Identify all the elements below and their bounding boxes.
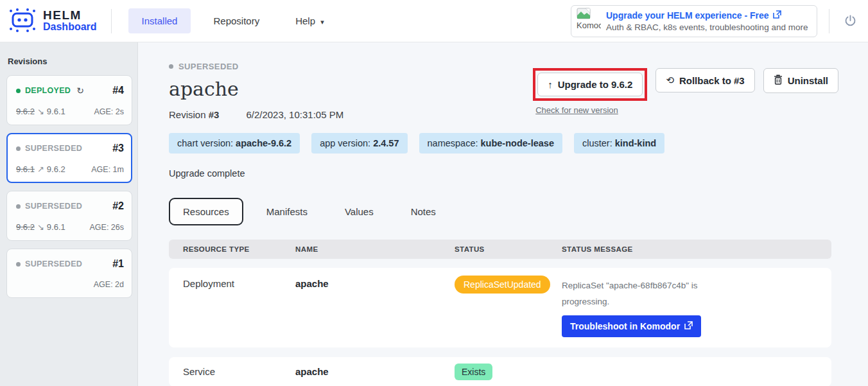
release-description: Upgrade complete <box>169 168 868 179</box>
release-info-badges: chart version: apache-9.6.2 app version:… <box>169 133 868 154</box>
resource-type: Service <box>183 366 295 377</box>
version-from: 9.6.1 <box>16 164 35 174</box>
revision-card-1[interactable]: SUPERSEDED #1 AGE: 2d <box>6 249 132 298</box>
uninstall-button[interactable]: Uninstall <box>763 68 838 93</box>
power-button[interactable] <box>841 12 859 30</box>
revisions-heading: Revisions <box>8 57 132 66</box>
helm-robot-icon <box>8 6 37 36</box>
resources-table: RESOURCE TYPE NAME STATUS STATUS MESSAGE… <box>169 240 831 386</box>
tab-manifests[interactable]: Manifests <box>252 198 322 225</box>
revision-status: SUPERSEDED <box>16 259 82 268</box>
revision-card-4[interactable]: DEPLOYED ↻ #4 9.6.2↘9.6.1 AGE: 2s <box>6 75 132 125</box>
release-status-label: SUPERSEDED <box>178 62 239 71</box>
upgrade-button[interactable]: ↑ Upgrade to 9.6.2 <box>537 73 643 96</box>
nav-item-repository[interactable]: Repository <box>200 8 273 33</box>
nav-item-help[interactable]: Help ▾ <box>282 8 338 33</box>
external-link-icon <box>773 10 781 21</box>
up-arrow-icon: ↑ <box>548 79 553 90</box>
revision-status: SUPERSEDED <box>16 144 82 153</box>
revision-date: 6/2/2023, 10:31:05 PM <box>246 109 343 120</box>
helm-logo[interactable]: HELM Dashboard <box>8 6 97 36</box>
revision-age: AGE: 1m <box>91 165 124 174</box>
komodor-broken-image: Komoc <box>577 8 601 35</box>
refresh-icon[interactable]: ↻ <box>76 85 84 96</box>
table-header: RESOURCE TYPE NAME STATUS STATUS MESSAGE <box>169 240 831 259</box>
revision-number: #2 <box>112 200 124 212</box>
revision-status-label: SUPERSEDED <box>25 202 82 211</box>
revision-status: DEPLOYED ↻ <box>16 85 84 96</box>
version-to: 9.6.1 <box>47 222 65 232</box>
resource-name: apache <box>295 278 455 289</box>
col-status-message: STATUS MESSAGE <box>562 245 831 253</box>
col-status: STATUS <box>455 245 562 253</box>
revision-card-3-selected[interactable]: SUPERSEDED #3 9.6.1↗9.6.2 AGE: 1m <box>6 133 132 183</box>
revision-number: #3 <box>209 109 220 120</box>
banner-title: Upgrade your HELM experience - Free <box>606 10 808 21</box>
revision-status-label: DEPLOYED <box>25 86 71 95</box>
revision-status-label: SUPERSEDED <box>25 144 82 153</box>
komodor-upgrade-banner[interactable]: Komoc Upgrade your HELM experience - Fre… <box>571 5 817 37</box>
cluster-badge: cluster: kind-kind <box>574 133 664 154</box>
revision-age: AGE: 2s <box>94 107 124 116</box>
status-dot <box>169 64 173 69</box>
annotation-red-box: ↑ Upgrade to 9.6.2 <box>533 68 647 101</box>
rollback-icon: ⟲ <box>666 75 674 86</box>
table-row: Deployment apache ReplicaSetUpdated Repl… <box>169 268 831 347</box>
version-arrow-icon: ↘ <box>37 107 44 116</box>
nav-menu: Installed Repository Help ▾ <box>128 8 338 33</box>
version-to: 9.6.2 <box>47 164 65 174</box>
trash-icon <box>774 75 783 87</box>
nav-item-installed[interactable]: Installed <box>128 8 191 33</box>
status-dot <box>16 89 21 93</box>
uninstall-button-label: Uninstall <box>788 75 828 86</box>
troubleshoot-button[interactable]: Troubleshoot in Komodor <box>562 315 701 337</box>
top-nav: HELM Dashboard Installed Repository Help… <box>0 0 868 42</box>
version-from: 9.6.2 <box>16 222 35 232</box>
release-actions: ↑ Upgrade to 9.6.2 Check for new version… <box>533 68 838 116</box>
revision-status: SUPERSEDED <box>16 202 82 211</box>
chart-version-badge: chart version: apache-9.6.2 <box>169 133 300 154</box>
banner-subtitle: Auth & RBAC, k8s events, troubleshooting… <box>606 22 808 32</box>
revisions-sidebar: Revisions DEPLOYED ↻ #4 9.6.2↘9.6.1 AGE:… <box>0 42 138 386</box>
banner-title-text: Upgrade your HELM experience - Free <box>606 10 769 21</box>
app-version-badge: app version: 2.4.57 <box>311 133 407 154</box>
col-name: NAME <box>295 245 455 253</box>
revision-card-2[interactable]: SUPERSEDED #2 9.6.2↘9.6.1 AGE: 26s <box>6 191 132 241</box>
chevron-down-icon: ▾ <box>320 18 324 26</box>
tab-values[interactable]: Values <box>331 198 388 225</box>
version-arrow-icon: ↗ <box>37 164 44 174</box>
revision-number: #3 <box>112 143 124 154</box>
col-resource-type: RESOURCE TYPE <box>183 245 295 253</box>
revision-status-label: SUPERSEDED <box>25 259 82 268</box>
tab-notes[interactable]: Notes <box>397 198 450 225</box>
table-row: Service apache Exists <box>169 357 831 386</box>
logo-text: HELM Dashboard <box>43 9 97 33</box>
status-message: ReplicaSet "apache-68fb867c4b" is progre… <box>562 278 831 310</box>
broken-image-alt-text: Komoc <box>577 21 601 30</box>
help-label: Help <box>295 15 315 26</box>
resource-type: Deployment <box>183 278 295 289</box>
logo-title: HELM <box>43 9 97 22</box>
namespace-badge: namespace: kube-node-lease <box>419 133 562 154</box>
resource-name: apache <box>295 366 455 377</box>
banner-text: Upgrade your HELM experience - Free Auth… <box>606 10 808 32</box>
revision-age: AGE: 2d <box>94 280 124 289</box>
version-arrow-icon: ↘ <box>37 222 44 232</box>
revision-age: AGE: 26s <box>90 223 125 232</box>
status-badge: Exists <box>455 364 492 380</box>
nav-divider <box>111 9 112 33</box>
upgrade-button-label: Upgrade to 9.6.2 <box>558 79 633 90</box>
revision-number: #4 <box>112 85 124 96</box>
status-badge: ReplicaSetUpdated <box>455 276 550 294</box>
check-new-version-link[interactable]: Check for new version <box>535 105 618 115</box>
status-dot <box>16 146 21 151</box>
status-dot <box>16 204 21 209</box>
tab-resources[interactable]: Resources <box>169 198 243 225</box>
troubleshoot-button-label: Troubleshoot in Komodor <box>570 321 680 331</box>
version-to: 9.6.1 <box>47 107 65 116</box>
power-icon <box>844 14 857 28</box>
helm-dashboard-app: HELM Dashboard Installed Repository Help… <box>0 0 868 386</box>
rollback-button-label: Rollback to #3 <box>679 75 745 86</box>
logo-subtitle: Dashboard <box>43 22 97 33</box>
rollback-button[interactable]: ⟲ Rollback to #3 <box>655 68 754 92</box>
